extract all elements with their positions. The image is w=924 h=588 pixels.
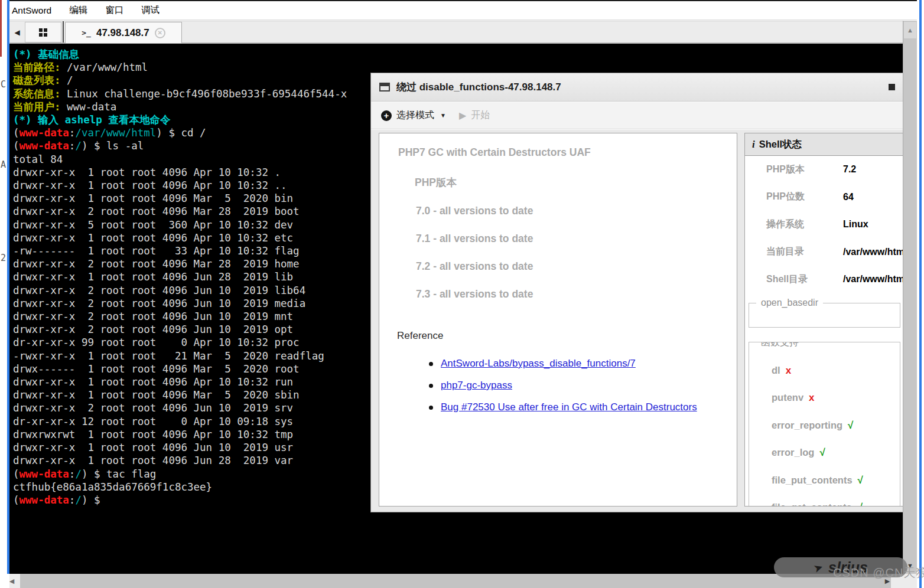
tab-strip: ◀ >_ 47.98.148.7 ✕ [9, 21, 903, 44]
select-mode-label: 选择模式 [396, 109, 434, 122]
php-version-header: PHP版本 [415, 175, 737, 190]
function-support-item: putenvx [772, 392, 900, 404]
status-label: PHP位数 [766, 191, 843, 203]
vertical-scrollbar[interactable]: ▲ ▼ [903, 21, 917, 574]
arrow-left-icon: ◀ [9, 577, 14, 585]
background-window-red-edge [0, 0, 2, 57]
check-icon: √ [819, 447, 825, 458]
window-icon [379, 83, 390, 92]
background-window-letter: A [1, 159, 6, 170]
reference-link[interactable]: php7-gc-bypass [441, 380, 512, 391]
info-icon: i [752, 139, 755, 151]
arrow-up-icon: ▲ [907, 27, 913, 34]
menu-items: 编辑窗口调试 [69, 4, 177, 17]
watermark-text: CSDN @CN天狼 [833, 565, 924, 581]
tab-separator [63, 21, 64, 43]
terminal-prompt-icon: >_ [82, 28, 91, 37]
grid-icon [39, 28, 47, 37]
function-name: putenv [772, 392, 803, 403]
status-row: 当前目录/var/www/html [745, 239, 905, 266]
function-support-label: 函数支持 [756, 342, 803, 349]
function-name: file_get_contents [772, 502, 852, 507]
tab-label: 47.98.148.7 [96, 27, 149, 39]
check-icon: √ [857, 502, 863, 507]
window-top-edge [8, 0, 917, 1]
bullet-icon [429, 384, 433, 388]
cross-icon: x [786, 365, 791, 376]
status-label: Shell目录 [766, 273, 843, 286]
dialog-title-bar[interactable]: 绕过 disable_functions-47.98.148.7 [371, 73, 903, 102]
horizontal-scrollbar-thumb[interactable] [20, 574, 891, 588]
window-border-left [7, 0, 9, 574]
reference-item: Bug #72530 Use after free in GC with Cer… [429, 401, 737, 413]
terminal-tab[interactable]: >_ 47.98.148.7 ✕ [65, 22, 182, 43]
reference-label: Reference [397, 330, 737, 342]
chevron-down-icon: ▼ [440, 112, 446, 119]
dialog-corner-button[interactable] [889, 84, 895, 90]
dialog-toolbar: + 选择模式 ▼ ▶ 开始 [371, 102, 903, 129]
cross-icon: x [809, 392, 814, 403]
right-strip [917, 0, 924, 588]
function-support-item: error_log√ [772, 447, 900, 459]
start-button[interactable]: ▶ 开始 [459, 109, 490, 122]
status-value: 7.2 [843, 164, 856, 175]
function-support-item: dlx [772, 365, 900, 377]
reference-item: php7-gc-bypass [429, 380, 737, 391]
function-name: file_put_contents [772, 475, 853, 485]
status-value: 64 [843, 192, 854, 202]
php-version-option[interactable]: 7.2 - all versions to date [416, 260, 737, 273]
status-row: Shell目录/var/www/html [745, 266, 905, 293]
dialog-body: PHP7 GC with Certain Destructors UAF PHP… [371, 130, 903, 512]
status-label: 当前目录 [766, 246, 843, 258]
menu-item[interactable]: 调试 [141, 4, 160, 17]
select-mode-button[interactable]: + 选择模式 ▼ [381, 109, 446, 122]
shell-status-title: Shell状态 [759, 138, 802, 151]
function-support-item: error_reporting√ [772, 420, 900, 432]
status-label: PHP版本 [766, 164, 843, 176]
background-window-letter: C [1, 79, 6, 90]
status-value: /var/www/html [843, 247, 906, 257]
antsword-app-window: AntSword 编辑窗口调试 ◀ >_ 47.98.148.7 ✕ (*) 基… [0, 0, 924, 588]
reference-link[interactable]: AntSword-Labs/bypass_disable_functions/7 [441, 358, 636, 370]
menu-item[interactable]: 编辑 [69, 4, 87, 17]
tab-close-icon[interactable]: ✕ [155, 28, 165, 38]
window-border-right [919, 0, 922, 588]
exploit-detail-panel: PHP7 GC with Certain Destructors UAF PHP… [379, 133, 737, 507]
function-support-fieldset: 函数支持 dlxputenvxerror_reporting√error_log… [749, 342, 900, 507]
function-support-item: file_get_contents√ [772, 502, 900, 507]
arrow-left-icon: ◀ [14, 28, 19, 37]
open-basedir-label: open_basedir [756, 298, 823, 308]
left-strip: CA2 [0, 0, 9, 588]
php-version-option[interactable]: 7.1 - all versions to date [416, 233, 737, 245]
status-row: PHP版本7.2 [745, 156, 905, 184]
function-list: dlxputenvxerror_reporting√error_log√file… [749, 365, 900, 507]
reference-link[interactable]: Bug #72530 Use after free in GC with Cer… [441, 401, 697, 413]
php-version-option[interactable]: 7.0 - all versions to date [416, 205, 737, 217]
start-label: 开始 [471, 109, 490, 122]
shell-status-header: i Shell状态 [745, 133, 905, 156]
plus-circle-icon: + [381, 110, 392, 121]
scroll-up-button[interactable]: ▲ [904, 22, 916, 38]
status-row: PHP位数64 [745, 184, 905, 211]
check-icon: √ [858, 475, 863, 486]
open-basedir-fieldset: open_basedir [749, 303, 900, 328]
menu-bar: AntSword 编辑窗口调试 [9, 1, 917, 20]
tab-scroll-left-button[interactable]: ◀ [11, 24, 24, 41]
dialog-title: 绕过 disable_functions-47.98.148.7 [396, 80, 561, 94]
menu-app-name[interactable]: AntSword [12, 5, 51, 16]
check-icon: √ [848, 420, 853, 431]
status-value: Linux [843, 219, 868, 230]
menu-item[interactable]: 窗口 [105, 4, 123, 17]
function-support-item: file_put_contents√ [772, 475, 900, 486]
php-version-list: 7.0 - all versions to date7.1 - all vers… [379, 205, 737, 300]
php-version-option[interactable]: 7.3 - all versions to date [416, 288, 737, 300]
bypass-disable-functions-dialog: 绕过 disable_functions-47.98.148.7 + 选择模式 … [370, 73, 904, 512]
bullet-icon [429, 362, 433, 366]
reference-list: AntSword-Labs/bypass_disable_functions/7… [429, 358, 737, 413]
bullet-icon [429, 406, 433, 410]
terminal-line: (*) 基础信息 [13, 48, 903, 61]
tab-overview-button[interactable] [25, 22, 61, 43]
shell-status-panel: i Shell状态 PHP版本7.2PHP位数64操作系统Linux当前目录/v… [744, 133, 906, 507]
background-window-letter: 2 [1, 253, 6, 263]
function-name: error_reporting [772, 420, 842, 430]
